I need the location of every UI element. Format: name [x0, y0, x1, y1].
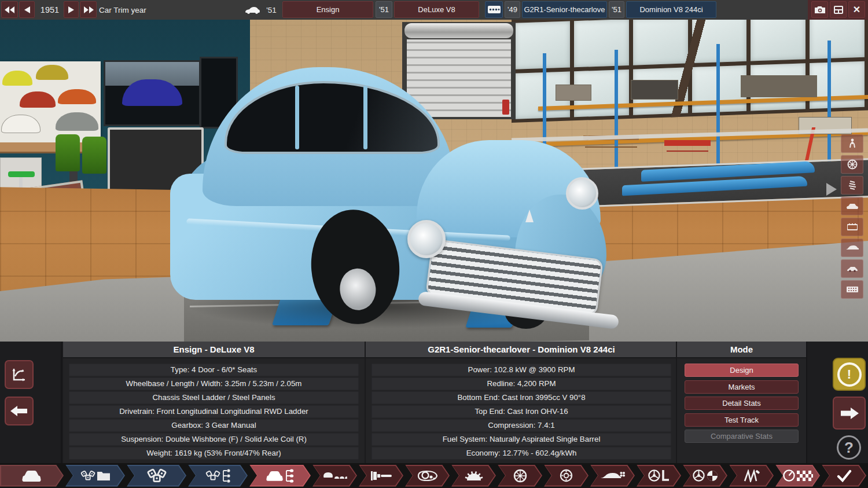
engine-panel-title: G2R1-Senior-thecarlover - Dominion V8 24… [366, 342, 677, 358]
panel-expand-arrow[interactable] [826, 183, 837, 196]
cog-balance-icon [707, 470, 718, 482]
tab-fixtures[interactable] [405, 465, 450, 487]
walk-mode-icon[interactable] [841, 134, 863, 153]
tab-engine-variant[interactable] [127, 465, 186, 487]
car-headlight [407, 220, 446, 258]
car-poster [0, 61, 101, 146]
tab-body-type[interactable] [312, 465, 357, 487]
model-year-label: '51 [263, 0, 279, 20]
car-side-icon[interactable] [841, 239, 863, 257]
car-stat-row: Wheelbase / Length / Width: 3.25m / 5.23… [69, 377, 359, 390]
platform-grid-icon[interactable] [841, 280, 863, 299]
year-first-button[interactable] [1, 1, 18, 18]
tab-trim[interactable] [0, 465, 64, 487]
back-button[interactable] [5, 397, 34, 425]
fixtures-icon [417, 470, 438, 482]
car-photo-icon[interactable] [841, 197, 863, 215]
mode-panel-title: Mode [677, 342, 806, 358]
year-prev-button[interactable] [19, 1, 35, 18]
wheel-view-icon[interactable] [841, 155, 863, 174]
engine-stat-row: Compression: 7.4:1 [372, 419, 671, 432]
tab-suspension[interactable] [729, 465, 774, 487]
engine-variant-icon [147, 468, 167, 483]
mode-button-test-track[interactable]: Test Track [685, 413, 799, 427]
bottom-info-area: Ensign - DeLuxe V8 Type: 4 Door - 6/0* S… [0, 342, 868, 463]
engine-tree-icon [188, 465, 248, 487]
tab-engine-tree[interactable] [188, 465, 248, 487]
mode-button-design[interactable]: Design [685, 364, 799, 377]
car-stat-row: Weight: 1619 kg (53% Front/47% Rear) [69, 447, 359, 460]
graph-view-button[interactable] [5, 360, 34, 389]
green-stool [8, 171, 35, 177]
tree-icon [222, 469, 231, 483]
car-stat-row: Suspension: Double Wishbone (F) / Solid … [69, 433, 359, 446]
engine-icon [485, 1, 503, 18]
camera-button[interactable] [811, 1, 828, 18]
engine-stat-row: Power: 102.8 kW @ 3900 RPM [372, 364, 671, 376]
mode-button-markets[interactable]: Markets [685, 380, 799, 394]
engine-stat-row: Bottom End: Cast Iron 3995cc V 90°8 [372, 391, 671, 404]
tab-wheels[interactable] [498, 465, 542, 487]
photo-mode-button[interactable] [830, 1, 847, 18]
left-control-column [0, 342, 62, 463]
car-stat-row: Type: 4 Door - 6/0* Seats [69, 364, 359, 376]
tab-test-track[interactable] [775, 465, 820, 487]
next-button[interactable] [833, 397, 866, 430]
forward-arrow-icon [840, 406, 859, 420]
double-left-arrow-icon [5, 6, 15, 13]
office-chair [82, 137, 106, 174]
tab-car-tree[interactable] [249, 465, 311, 487]
camera-icon [815, 6, 825, 13]
close-button[interactable]: ✕ [848, 1, 865, 18]
engine-stat-row: Redline: 4,200 RPM [372, 377, 671, 390]
red-bench [664, 140, 711, 146]
mode-button-detail-stats[interactable]: Detail Stats [685, 397, 799, 410]
trim-year-value: 1951 [37, 0, 62, 20]
tab-balance[interactable] [683, 465, 727, 487]
car-stats-panel: Ensign - DeLuxe V8 Type: 4 Door - 6/0* S… [62, 342, 365, 463]
help-button[interactable]: ? [837, 435, 861, 460]
engine-family-button[interactable]: G2R1-Senior-thecarlove [522, 1, 607, 18]
suspension-view-icon[interactable] [841, 176, 863, 195]
car-body-icon[interactable] [841, 259, 863, 278]
summary-check-icon [837, 469, 852, 482]
tab-paint[interactable] [359, 465, 403, 487]
trim-year-badge: '51 [376, 1, 392, 18]
paint-icon [370, 471, 392, 481]
wheels-icon [513, 469, 527, 483]
tab-engine-family[interactable] [65, 465, 125, 487]
tab-summary[interactable] [822, 465, 866, 487]
tab-brakes[interactable] [544, 465, 589, 487]
workshop-3d-viewport[interactable] [0, 20, 868, 342]
top-right-strip: ✕ [808, 0, 868, 20]
trim-name-button[interactable]: DeLuxe V8 [394, 1, 479, 18]
car-designer-app: 1951 Car Trim year '51 Ensign '51 DeLuxe… [0, 0, 868, 488]
body-type-icon [323, 471, 347, 481]
car-panel-title: Ensign - DeLuxe V8 [63, 342, 365, 358]
tab-gearbox[interactable] [451, 465, 496, 487]
mode-button-comparative-stats: Comparative Stats [685, 430, 799, 443]
mode-panel: Mode Design Markets Detail Stats Test Tr… [676, 342, 807, 463]
shelf-crate [631, 80, 678, 100]
tab-aero[interactable] [590, 465, 635, 487]
car-headlight [566, 177, 598, 210]
model-name-button[interactable]: Ensign [282, 1, 373, 18]
warning-icon: ! [837, 362, 862, 387]
designer-tab-bar [0, 463, 868, 488]
gear-lever-icon [662, 470, 670, 482]
engine-stat-row: Economy: 12.77% - 602.4g/kWh [372, 447, 671, 460]
left-arrow-icon [24, 6, 30, 13]
year-last-button[interactable] [80, 1, 97, 18]
right-arrow-icon [68, 6, 74, 13]
year-next-button[interactable] [64, 1, 79, 18]
engine-bay-icon[interactable] [841, 218, 863, 236]
engine-stat-row: Top End: Cast Iron OHV-16 [372, 405, 671, 418]
warnings-button[interactable]: ! [833, 358, 866, 391]
car-stat-row: Gearbox: 3 Gear Manual [69, 419, 359, 432]
car-model-icon [243, 1, 262, 18]
engine-variant-button[interactable]: Dominion V8 244ci [626, 1, 716, 18]
suspension-icon [743, 469, 760, 482]
engine-family-icon [65, 465, 125, 487]
engine-stats-panel: G2R1-Senior-thecarlover - Dominion V8 24… [365, 342, 678, 463]
tab-drivetrain[interactable] [637, 465, 681, 487]
